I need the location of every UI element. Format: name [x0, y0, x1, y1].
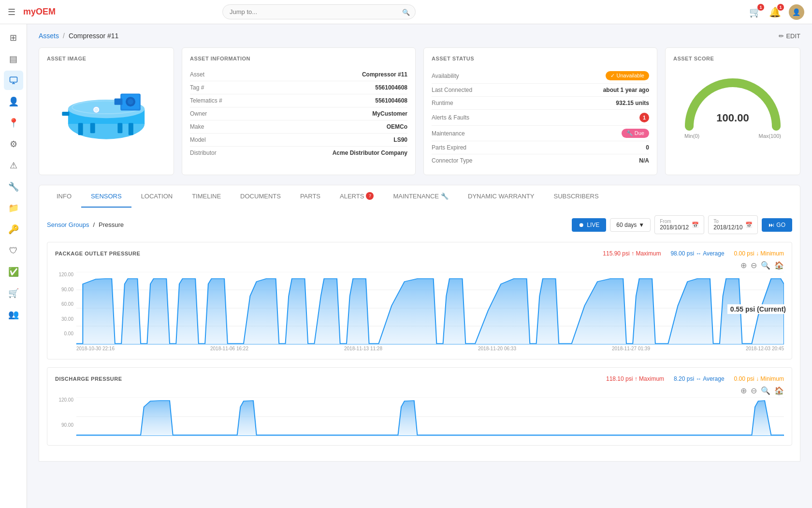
asset-status-row: Parts Expired0 [432, 141, 649, 154]
asset-info-row: MakeOEMCo [190, 120, 407, 134]
asset-score-card: ASSET SCORE 100.00 Min(0) Max(100) [665, 47, 800, 175]
days-select[interactable]: 60 days ▼ [610, 218, 651, 232]
hamburger-menu[interactable]: ☰ [8, 7, 15, 17]
tab-documents[interactable]: DOCUMENTS [231, 185, 290, 208]
zoom-out-icon[interactable]: ⊖ [751, 261, 757, 270]
sidebar-item-location[interactable]: 📍 [4, 113, 23, 133]
asset-status-row: Maintenance🔧 Due [432, 126, 649, 141]
chart2-y-axis: 120.00 90.00 [55, 397, 76, 437]
from-date-value: 2018/10/12 [660, 224, 689, 231]
alert-count-badge: 1 [639, 113, 649, 122]
asset-image-card: ASSET IMAGE [39, 47, 174, 175]
asset-info-card: ASSET INFORMATION AssetCompressor #11Tag… [182, 47, 416, 175]
sidebar-item-alerts[interactable]: ⚠ [4, 156, 23, 175]
live-button[interactable]: ⏺ LIVE [572, 218, 606, 232]
tabs: INFOSENSORSLOCATIONTIMELINEDOCUMENTSPART… [39, 185, 800, 208]
tab-icon-maintenance: 🔧 [441, 193, 449, 200]
chart2-home-icon[interactable]: 🏠 [774, 386, 784, 395]
chart2-body: 120.00 90.00 [55, 397, 784, 437]
sidebar-item-settings[interactable]: ⚙ [4, 134, 23, 154]
to-date-container: To 2018/12/10 📅 [708, 215, 758, 234]
go-icon: ⏭ [768, 222, 774, 228]
svg-rect-13 [78, 123, 83, 135]
chart2-zoom-out-icon[interactable]: ⊖ [751, 386, 757, 395]
chart1-controls: ⊕ ⊖ 🔍 🏠 [55, 261, 784, 270]
asset-status-row: Alerts & Faults1 [432, 110, 649, 126]
svg-point-18 [94, 108, 98, 112]
chart1-card: PACKAGE OUTLET PRESSURE 115.90 psi ↑ Max… [47, 242, 792, 359]
tab-alerts[interactable]: ALERTS 7 [330, 185, 383, 208]
asset-info-row: Tag #5561004608 [190, 81, 407, 94]
tab-maintenance[interactable]: MAINTENANCE 🔧 [383, 185, 458, 208]
zoom-in-icon[interactable]: ⊕ [740, 261, 747, 270]
home-icon[interactable]: 🏠 [774, 261, 784, 270]
gauge-min-label: Min(0) [684, 133, 699, 139]
sidebar-item-users[interactable]: 👥 [4, 305, 23, 324]
sensor-breadcrumb-current: Pressure [99, 221, 124, 228]
search-input[interactable] [222, 4, 416, 19]
tab-sensors[interactable]: SENSORS [81, 185, 131, 208]
cart-button[interactable]: 🛒 1 [749, 6, 761, 18]
search-zoom-icon[interactable]: 🔍 [761, 261, 770, 270]
days-label: 60 days [616, 222, 637, 228]
chart2-stats: 118.10 psi ↑ Maximum 8.20 psi ↔ Average … [606, 375, 784, 382]
tab-subscribers[interactable]: SUBSCRIBERS [544, 185, 608, 208]
asset-image-container [47, 68, 166, 155]
breadcrumb-assets-link[interactable]: Assets [39, 32, 59, 40]
sidebar-item-chart[interactable]: ▤ [4, 49, 23, 69]
asset-status-table: Availability✓ UnavailableLast Connecteda… [432, 68, 649, 167]
breadcrumb: Assets / Compressor #11 ✏ EDIT [39, 32, 800, 40]
asset-status-row: Availability✓ Unavailable [432, 68, 649, 84]
svg-point-10 [128, 99, 133, 105]
chart2-search-zoom-icon[interactable]: 🔍 [761, 386, 770, 395]
chart2-controls: ⊕ ⊖ 🔍 🏠 [55, 386, 784, 395]
search-container: 🔍 [222, 4, 416, 19]
sidebar-item-people[interactable]: 👤 [4, 92, 23, 111]
asset-status-row: Connector TypeN/A [432, 154, 649, 167]
svg-rect-14 [129, 123, 133, 135]
to-label: To [713, 219, 742, 224]
breadcrumb-current: Compressor #11 [69, 32, 119, 40]
chart1-x-labels: 2018-10-30 22:16 2018-11-06 16:22 2018-1… [55, 346, 784, 351]
asset-score-title: ASSET SCORE [673, 56, 792, 61]
tab-dynamic-warranty[interactable]: DYNAMIC WARRANTY [458, 185, 544, 208]
tabs-container: INFOSENSORSLOCATIONTIMELINEDOCUMENTSPART… [39, 185, 800, 208]
sidebar-item-check[interactable]: ✅ [4, 262, 23, 282]
chart1-svg [76, 272, 784, 344]
gauge-container: 100.00 Min(0) Max(100) [673, 68, 792, 139]
chart2-svg [76, 397, 784, 436]
bell-badge: 1 [777, 4, 784, 11]
tab-info[interactable]: INFO [47, 185, 81, 208]
chart1-body: 120.00 90.00 60.00 30.00 0.00 [55, 272, 784, 346]
tab-parts[interactable]: PARTS [290, 185, 330, 208]
tab-timeline[interactable]: TIMELINE [182, 185, 231, 208]
sensors-content: Sensor Groups / Pressure ⏺ LIVE 60 days … [39, 208, 800, 462]
calendar-from-icon[interactable]: 📅 [692, 222, 699, 228]
svg-text:100.00: 100.00 [716, 112, 749, 124]
sidebar-item-tools[interactable]: 🔧 [4, 177, 23, 196]
gauge-svg: 100.00 [680, 73, 786, 131]
sensor-breadcrumb-sep: / [93, 221, 95, 228]
sidebar-item-folder[interactable]: 📁 [4, 198, 23, 218]
calendar-to-icon[interactable]: 📅 [745, 222, 753, 228]
breadcrumb-separator: / [63, 32, 65, 40]
asset-status-title: ASSET STATUS [432, 56, 649, 61]
chart1-plot-area: 0.55 psi (Current) [76, 272, 784, 346]
sensor-groups-link[interactable]: Sensor Groups [47, 221, 89, 228]
navbar-right: 🛒 1 🔔 1 👤 [749, 4, 804, 20]
svg-rect-0 [10, 77, 17, 82]
notification-button[interactable]: 🔔 1 [769, 6, 781, 18]
user-avatar[interactable]: 👤 [789, 4, 804, 20]
asset-info-table: AssetCompressor #11Tag #5561004608Telema… [190, 68, 407, 159]
chart2-zoom-in-icon[interactable]: ⊕ [740, 386, 747, 395]
sidebar-item-grid[interactable]: ⊞ [4, 28, 23, 47]
chart2-plot-area [76, 397, 784, 437]
edit-button[interactable]: ✏ EDIT [779, 32, 800, 40]
sidebar-item-cart[interactable]: 🛒 [4, 284, 23, 303]
sidebar-item-key[interactable]: 🔑 [4, 220, 23, 239]
sidebar-item-shield[interactable]: 🛡 [4, 241, 23, 260]
live-label: LIVE [587, 222, 599, 228]
tab-location[interactable]: LOCATION [131, 185, 183, 208]
go-button[interactable]: ⏭ GO [762, 218, 792, 232]
sidebar-item-assets[interactable] [4, 71, 23, 90]
